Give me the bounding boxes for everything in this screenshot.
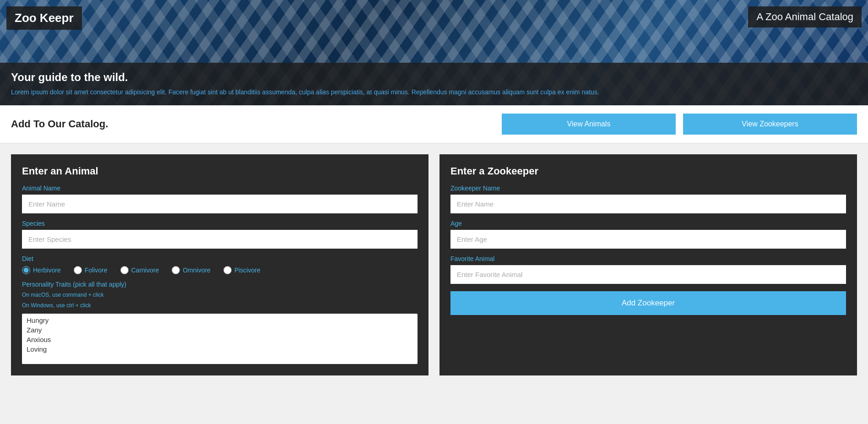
diet-folivore[interactable]: Folivore (74, 266, 108, 274)
zookeeper-favorite-label: Favorite Animal (450, 255, 846, 262)
zookeeper-name-label: Zookeeper Name (450, 185, 846, 192)
zookeeper-age-input[interactable] (450, 230, 846, 249)
animal-name-input[interactable] (22, 195, 418, 213)
diet-carnivore-radio[interactable] (120, 266, 129, 274)
zookeeper-form-title: Enter a Zookeeper (450, 165, 846, 177)
traits-hint-mac: On macOS, use command + click (22, 291, 418, 299)
main-content: Enter an Animal Animal Name Species Diet… (0, 143, 868, 386)
trait-zany[interactable]: Zany (24, 325, 416, 335)
diet-carnivore-label: Carnivore (131, 266, 159, 274)
diet-piscivore[interactable]: Piscivore (223, 266, 260, 274)
diet-omnivore-radio[interactable] (172, 266, 180, 274)
diet-omnivore-label: Omnivore (183, 266, 211, 274)
diet-piscivore-label: Piscivore (234, 266, 260, 274)
navbar: Add To Our Catalog. View Animals View Zo… (0, 105, 868, 143)
traits-select[interactable]: Hungry Zany Anxious Loving (22, 314, 418, 364)
trait-anxious[interactable]: Anxious (24, 335, 416, 344)
traits-label: Personality Traits (pick all that apply) (22, 281, 418, 288)
diet-herbivore[interactable]: Herbivore (22, 266, 61, 274)
diet-piscivore-radio[interactable] (223, 266, 232, 274)
diet-folivore-radio[interactable] (74, 266, 82, 274)
traits-hint-win: On Windows, use ctrl + click (22, 301, 418, 310)
diet-herbivore-label: Herbivore (33, 266, 61, 274)
hero-tagline: Your guide to the wild. (11, 71, 857, 84)
diet-carnivore[interactable]: Carnivore (120, 266, 159, 274)
zookeeper-favorite-input[interactable] (450, 265, 846, 284)
hero-description: Lorem ipsum dolor sit amet consectetur a… (11, 87, 857, 97)
app-subtitle-box: A Zoo Animal Catalog (748, 6, 862, 27)
animal-form-panel: Enter an Animal Animal Name Species Diet… (11, 154, 429, 375)
diet-omnivore[interactable]: Omnivore (172, 266, 211, 274)
app-title: Zoo Keepr (15, 11, 74, 25)
app-title-box: Zoo Keepr (6, 6, 82, 30)
navbar-title: Add To Our Catalog. (11, 118, 494, 130)
diet-radio-group: Herbivore Folivore Carnivore Omnivore Pi… (22, 266, 418, 274)
trait-loving[interactable]: Loving (24, 344, 416, 354)
view-animals-button[interactable]: View Animals (502, 114, 676, 135)
view-zookeepers-button[interactable]: View Zookeepers (683, 114, 857, 135)
zookeeper-age-label: Age (450, 220, 846, 227)
diet-herbivore-radio[interactable] (22, 266, 30, 274)
trait-hungry[interactable]: Hungry (24, 315, 416, 325)
hero-section: Zoo Keepr A Zoo Animal Catalog Your guid… (0, 0, 868, 105)
diet-folivore-label: Folivore (85, 266, 108, 274)
animal-species-input[interactable] (22, 230, 418, 249)
animal-diet-label: Diet (22, 255, 418, 262)
app-subtitle: A Zoo Animal Catalog (756, 11, 853, 22)
animal-species-label: Species (22, 220, 418, 227)
animal-name-label: Animal Name (22, 185, 418, 192)
zookeeper-name-input[interactable] (450, 195, 846, 213)
add-zookeeper-button[interactable]: Add Zookeeper (450, 291, 846, 315)
hero-overlay: Your guide to the wild. Lorem ipsum dolo… (0, 63, 868, 105)
animal-form-title: Enter an Animal (22, 165, 418, 177)
zookeeper-form-panel: Enter a Zookeeper Zookeeper Name Age Fav… (439, 154, 857, 375)
